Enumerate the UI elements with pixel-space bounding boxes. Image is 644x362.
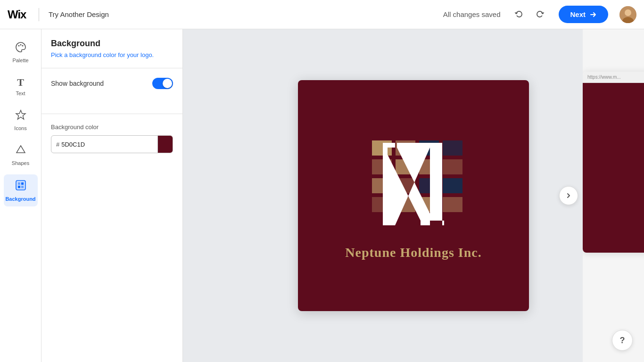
color-input-row[interactable]: # [51, 135, 173, 153]
background-color-label: Background color [51, 123, 173, 131]
panel-divider-2 [41, 114, 182, 114]
sidebar-item-shapes[interactable]: Shapes [4, 140, 38, 171]
sidebar-item-text[interactable]: T Text [4, 72, 38, 101]
canvas-area: Neptune Holdings Inc. https://www.m... N… [183, 29, 644, 362]
svg-marker-7 [16, 110, 25, 119]
sidebar-icons-label: Icons [14, 125, 26, 131]
svg-rect-11 [21, 182, 24, 185]
sidebar-palette-label: Palette [12, 58, 28, 63]
palette-icon [15, 41, 26, 56]
right-preview-inner: https://www.m... N [583, 72, 644, 253]
try-another-design[interactable]: Try Another Design [49, 10, 109, 18]
save-status: All changes saved [443, 10, 501, 18]
panel-subtitle[interactable]: Pick a background color for your logo. [51, 51, 173, 58]
sidebar-shapes-label: Shapes [12, 160, 29, 166]
help-button[interactable]: ? [612, 330, 633, 351]
svg-point-6 [22, 45, 23, 47]
svg-rect-13 [21, 186, 24, 188]
show-background-toggle[interactable] [152, 78, 173, 89]
panel-divider [41, 68, 182, 68]
svg-rect-12 [18, 186, 20, 188]
color-hash: # [51, 141, 61, 148]
wix-logo: Wix [8, 8, 29, 21]
shapes-icon [15, 144, 26, 158]
svg-rect-17 [443, 140, 462, 156]
svg-rect-10 [18, 182, 20, 185]
right-preview-logo: N [583, 83, 644, 253]
svg-point-5 [20, 44, 21, 46]
color-text-input[interactable] [61, 141, 157, 148]
carousel-next-button[interactable] [559, 186, 578, 205]
svg-rect-21 [443, 159, 462, 174]
help-icon: ? [620, 336, 625, 346]
next-button[interactable]: Next [559, 6, 608, 23]
color-swatch[interactable] [157, 135, 173, 153]
icons-icon [15, 109, 26, 123]
svg-rect-14 [372, 140, 392, 156]
show-background-label: Show background [51, 80, 104, 87]
panel-section-color: Background color # [41, 120, 182, 163]
left-sidebar: Palette T Text Icons Shapes [0, 29, 41, 362]
browser-bar: https://www.m... [583, 72, 644, 83]
avatar[interactable] [619, 6, 636, 23]
background-icon [15, 179, 27, 194]
svg-rect-29 [443, 197, 462, 212]
svg-rect-8 [16, 181, 25, 190]
svg-rect-25 [443, 178, 462, 193]
logo-graphic [352, 131, 475, 239]
text-icon: T [17, 76, 24, 89]
panel-header: Background Pick a background color for y… [41, 29, 182, 62]
color-row: Background color # [51, 123, 173, 153]
right-preview: https://www.m... N [583, 29, 644, 362]
undo-button[interactable] [512, 7, 527, 22]
sidebar-background-label: Background [5, 196, 35, 202]
sidebar-item-background[interactable]: Background [4, 174, 38, 206]
svg-point-4 [18, 45, 19, 47]
logo-card: Neptune Holdings Inc. [298, 80, 529, 311]
svg-point-2 [625, 9, 631, 16]
sidebar-item-palette[interactable]: Palette [4, 37, 38, 68]
panel-section-toggle: Show background [41, 74, 182, 108]
toggle-thumb [163, 79, 172, 88]
redo-button[interactable] [532, 7, 547, 22]
background-panel: Background Pick a background color for y… [41, 29, 183, 362]
company-name: Neptune Holdings Inc. [345, 245, 481, 260]
app-header: Wix Try Another Design All changes saved… [0, 0, 644, 29]
next-label: Next [570, 10, 586, 18]
main-layout: Palette T Text Icons Shapes [0, 29, 644, 362]
show-background-row: Show background [51, 78, 173, 89]
header-divider [39, 8, 39, 21]
panel-title: Background [51, 39, 173, 49]
sidebar-item-icons[interactable]: Icons [4, 105, 38, 136]
sidebar-text-label: Text [16, 90, 25, 96]
svg-text:Wix: Wix [8, 8, 27, 21]
